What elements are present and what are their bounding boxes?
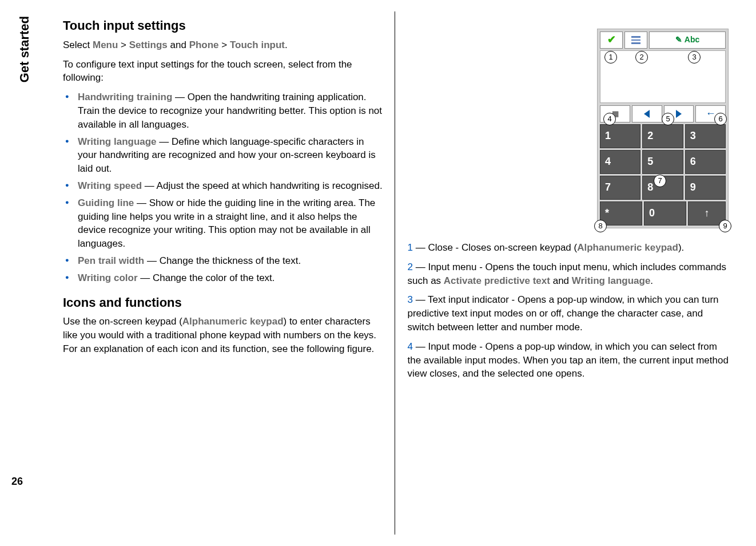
term: Writing color	[78, 272, 138, 283]
callout-3: 3	[688, 51, 701, 64]
content-columns: Touch input settings Select Menu > Setti…	[63, 11, 739, 535]
term: Writing speed	[78, 180, 142, 191]
list-item: Guiding line — Show or hide the guiding …	[78, 196, 384, 251]
callout-7: 7	[654, 175, 666, 187]
heading-touch-input: Touch input settings	[63, 17, 384, 35]
arrow-left-button[interactable]	[632, 105, 662, 122]
intro-text: To configure text input settings for the…	[63, 58, 384, 85]
key-3[interactable]: 3	[685, 124, 726, 148]
key-6[interactable]: 6	[685, 150, 726, 174]
nav-touch-input: Touch input	[230, 39, 285, 50]
desc: — Change the color of the text.	[138, 272, 275, 283]
callout-4: 4	[603, 113, 616, 125]
text: .	[285, 39, 288, 50]
page-number: 26	[11, 474, 23, 489]
desc: — Change the thickness of the text.	[144, 255, 301, 266]
section-label: Get started	[16, 16, 34, 82]
term: Alphanumeric keypad	[577, 242, 678, 253]
icons-paragraph: Use the on-screen keypad (Alphanumeric k…	[63, 315, 384, 355]
writing-area[interactable]	[600, 50, 726, 103]
legend-1: 1 — Close - Closes on-screen keypad (Alp…	[408, 241, 729, 255]
settings-list: Handwriting training — Open the handwrit…	[63, 90, 384, 284]
text: — Text input indicator - Opens a pop-up …	[408, 294, 719, 333]
key-0[interactable]: 0	[644, 201, 686, 225]
key-7[interactable]: 7	[600, 176, 640, 200]
figure-top-row: ✔ ✎ Abc	[600, 31, 726, 49]
list-item: Writing color — Change the color of the …	[78, 271, 384, 285]
callout-5: 5	[662, 113, 674, 125]
legend-2: 2 — Input menu - Opens the touch input m…	[408, 260, 729, 288]
legend-4: 4 — Input mode - Opens a pop-up window, …	[408, 340, 729, 381]
list-item: Writing language — Define which language…	[78, 135, 384, 176]
nav-path: Select Menu > Settings and Phone > Touch…	[63, 38, 384, 52]
legend-num: 3	[408, 294, 413, 305]
text: .	[650, 275, 653, 286]
desc: — Adjust the speed at which handwriting …	[142, 180, 383, 191]
nav-settings: Settings	[129, 39, 168, 50]
text: — Input mode - Opens a pop-up window, in…	[408, 341, 729, 379]
nav-phone: Phone	[189, 39, 219, 50]
text: >	[118, 39, 129, 50]
legend-3: 3 — Text input indicator - Opens a pop-u…	[408, 293, 729, 334]
callout-9: 9	[719, 220, 731, 232]
callout-1: 1	[604, 51, 617, 64]
text: Use the on-screen keypad (	[63, 316, 182, 327]
menu-icon	[631, 36, 640, 44]
abc-label: Abc	[685, 34, 699, 46]
left-column: Touch input settings Select Menu > Setti…	[63, 11, 395, 535]
term: Writing language	[572, 275, 651, 286]
callout-8: 8	[594, 220, 607, 232]
list-item: Pen trail width — Change the thickness o…	[78, 254, 384, 268]
arrow-right-icon	[676, 110, 682, 118]
right-column: 1 2 3 4 5 6 7 8 9 ✔ ✎ Abc ▦ ←	[395, 11, 739, 535]
text: >	[219, 39, 230, 50]
key-9[interactable]: 9	[685, 176, 726, 200]
callout-2: 2	[635, 51, 648, 64]
checkmark-icon: ✔	[607, 33, 616, 47]
heading-icons: Icons and functions	[63, 294, 384, 312]
term: Pen trail width	[78, 255, 144, 266]
list-item: Writing speed — Adjust the speed at whic…	[78, 179, 384, 193]
keypad-figure: 1 2 3 4 5 6 7 8 9 ✔ ✎ Abc ▦ ←	[597, 29, 729, 228]
list-item: Handwriting training — Open the handwrit…	[78, 90, 384, 131]
input-menu-button[interactable]	[624, 31, 647, 49]
key-1[interactable]: 1	[600, 124, 640, 148]
legend-num: 1	[408, 242, 413, 253]
text: — Close - Closes on-screen keypad (	[413, 242, 577, 253]
text-indicator-button[interactable]: ✎ Abc	[649, 31, 726, 49]
key-star[interactable]: *	[600, 201, 642, 225]
legend-num: 2	[408, 262, 413, 272]
close-button[interactable]: ✔	[600, 31, 623, 49]
term: Handwriting training	[78, 92, 172, 102]
key-4[interactable]: 4	[600, 150, 640, 174]
term: Alphanumeric keypad	[182, 316, 284, 327]
key-2[interactable]: 2	[642, 124, 683, 148]
text: and	[168, 39, 189, 50]
key-5[interactable]: 5	[642, 150, 683, 174]
term: Guiding line	[78, 197, 134, 208]
term: Writing language	[78, 136, 157, 147]
nav-menu: Menu	[93, 39, 118, 50]
term: Activate predictive text	[444, 275, 550, 286]
pencil-icon: ✎	[675, 34, 682, 46]
legend-num: 4	[408, 341, 413, 352]
text: ).	[678, 242, 684, 253]
arrow-left-icon	[644, 110, 650, 118]
text: and	[550, 275, 572, 286]
callout-6: 6	[714, 113, 727, 125]
text: Select	[63, 39, 93, 50]
